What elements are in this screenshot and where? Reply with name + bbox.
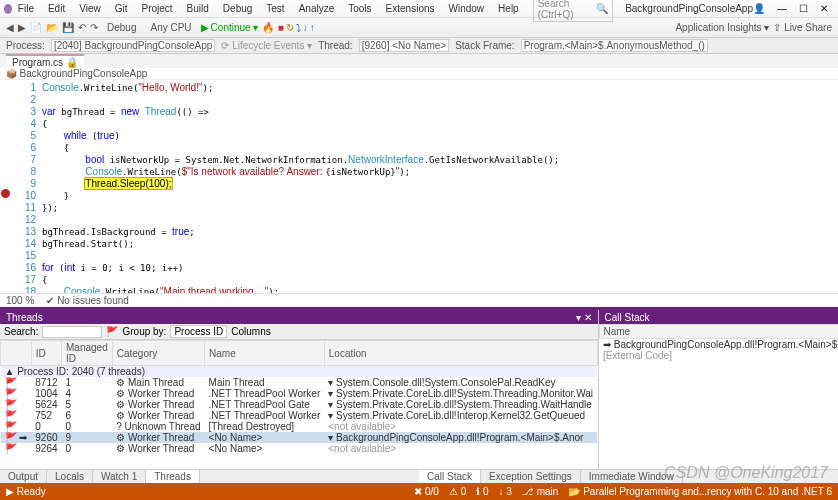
tab-exception[interactable]: Exception Settings	[481, 470, 581, 483]
threads-search-input[interactable]	[42, 326, 102, 338]
zoom-level[interactable]: 100 %	[6, 295, 34, 306]
back-icon[interactable]: ◀	[6, 22, 14, 33]
threads-panel: Threads▾ ✕ Search: 🚩 Group by: Process I…	[0, 310, 599, 469]
continue-button[interactable]: ▶ Continue ▾	[201, 22, 258, 33]
menu-build[interactable]: Build	[181, 1, 215, 16]
flag-icon[interactable]: 🚩	[106, 326, 118, 337]
live-share[interactable]: ⇪ Live Share	[773, 22, 832, 33]
panel-dropdown-icon[interactable]: ▾	[576, 312, 581, 323]
status-fetch[interactable]: ↓ 3	[499, 486, 512, 497]
code-editor[interactable]: 123456789101112131415161718192021222324 …	[0, 80, 838, 293]
stackframe-dropdown[interactable]: Program.<Main>$.AnonymousMethod_()	[521, 39, 708, 52]
code-content[interactable]: Console.WriteLine("Hello, World!"); var …	[42, 80, 838, 293]
new-icon[interactable]: 📄	[30, 22, 42, 33]
table-row[interactable]: 🚩 ➡92609⚙ Worker Thread<No Name>▾ Backgr…	[1, 432, 598, 443]
panel-close-icon[interactable]: ✕	[584, 312, 592, 323]
step-out-icon[interactable]: ↑	[310, 22, 315, 33]
window-controls: 👤 — ☐ ✕	[753, 3, 834, 14]
table-row[interactable]: 🚩56245⚙ Worker Thread.NET ThreadPool Gat…	[1, 399, 598, 410]
thread-label: Thread:	[318, 40, 352, 51]
issues-status[interactable]: ✔ No issues found	[46, 295, 129, 306]
menu-analyze[interactable]: Analyze	[293, 1, 341, 16]
status-errors[interactable]: ✖ 0/0	[414, 486, 439, 497]
threads-table: IDManaged IDCategoryNameLocation ▲ Proce…	[0, 340, 598, 454]
table-row[interactable]: 🚩00? Unknown Thread[Thread Destroyed]<no…	[1, 421, 598, 432]
menu-window[interactable]: Window	[443, 1, 491, 16]
menu-view[interactable]: View	[73, 1, 107, 16]
search-icon: 🔍	[596, 3, 608, 14]
tab-threads[interactable]: Threads	[146, 470, 200, 483]
tab-callstack[interactable]: Call Stack	[419, 470, 481, 483]
menu-debug[interactable]: Debug	[217, 1, 258, 16]
open-icon[interactable]: 📂	[46, 22, 58, 33]
group-label: Group by:	[122, 326, 166, 337]
user-icon[interactable]: 👤	[753, 3, 765, 14]
breakpoint-icon[interactable]	[1, 189, 10, 198]
status-messages[interactable]: ℹ 0	[476, 486, 488, 497]
stackframe-label: Stack Frame:	[455, 40, 514, 51]
save-icon[interactable]: 💾	[62, 22, 74, 33]
minimize-icon[interactable]: —	[777, 3, 787, 14]
menu-project[interactable]: Project	[135, 1, 178, 16]
table-row[interactable]: [External Code]	[599, 350, 838, 361]
app-icon	[4, 4, 12, 14]
menu-edit[interactable]: Edit	[42, 1, 71, 16]
platform-dropdown[interactable]: Any CPU	[145, 20, 196, 35]
tab-program-cs[interactable]: Program.cs 🔒	[6, 54, 84, 69]
menu-file[interactable]: File	[12, 1, 40, 16]
undo-icon[interactable]: ↶	[78, 22, 86, 33]
editor-status: 100 % ✔ No issues found Ln: 9 Ch: 9 SPC …	[0, 293, 838, 307]
tab-watch[interactable]: Watch 1	[93, 470, 146, 483]
title-bar: File Edit View Git Project Build Debug T…	[0, 0, 838, 18]
table-row[interactable]: 🚩10044⚙ Worker Thread.NET ThreadPool Wor…	[1, 388, 598, 399]
callstack-title: Call Stack	[605, 312, 650, 323]
thread-group-header[interactable]: ▲ Process ID: 2040 (7 threads)	[1, 366, 598, 378]
forward-icon[interactable]: ▶	[18, 22, 26, 33]
columns-dropdown[interactable]: Columns	[231, 326, 270, 337]
app-insights[interactable]: Application Insights ▾	[675, 22, 769, 33]
group-dropdown[interactable]: Process ID	[170, 325, 227, 338]
restart-icon[interactable]: ↻	[286, 22, 294, 33]
table-row[interactable]: 🚩92640⚙ Worker Thread<No Name><not avail…	[1, 443, 598, 454]
process-dropdown[interactable]: [2040] BackgroundPingConsoleApp	[51, 39, 215, 52]
status-ready: ▶ Ready	[6, 486, 46, 497]
solution-name: BackgroundPingConsoleApp	[625, 3, 753, 14]
menu-test[interactable]: Test	[260, 1, 290, 16]
config-dropdown[interactable]: Debug	[102, 20, 141, 35]
menu-git[interactable]: Git	[109, 1, 134, 16]
menu-tools[interactable]: Tools	[342, 1, 377, 16]
redo-icon[interactable]: ↷	[90, 22, 98, 33]
threads-search-label: Search:	[4, 326, 38, 337]
callstack-table: NameLang ➡ BackgroundPingConsoleApp.dll!…	[599, 324, 839, 361]
search-box[interactable]: Search (Ctrl+Q)🔍	[533, 0, 613, 22]
document-tabs: Program.cs 🔒	[0, 54, 838, 68]
lifecycle-dropdown[interactable]: ⟳ Lifecycle Events ▾	[221, 40, 312, 51]
main-toolbar: ◀ ▶ 📄 📂 💾 ↶ ↷ Debug Any CPU ▶ Continue ▾…	[0, 18, 838, 38]
process-label: Process:	[6, 40, 45, 51]
status-warnings[interactable]: ⚠ 0	[449, 486, 466, 497]
table-row[interactable]: 🚩7526⚙ Worker Thread.NET ThreadPool Work…	[1, 410, 598, 421]
menu-extensions[interactable]: Extensions	[380, 1, 441, 16]
status-branch[interactable]: ⎇ main	[522, 486, 558, 497]
hot-reload-icon[interactable]: 🔥	[262, 22, 274, 33]
step-into-icon[interactable]: ↓	[303, 22, 308, 33]
threads-title: Threads	[6, 312, 43, 323]
main-menu: File Edit View Git Project Build Debug T…	[12, 1, 525, 16]
tab-locals[interactable]: Locals	[47, 470, 93, 483]
step-over-icon[interactable]: ⤵	[296, 22, 301, 33]
status-repo[interactable]: 📂 Parallel Programming and...rency with …	[568, 486, 832, 497]
thread-dropdown[interactable]: [9260] <No Name>	[359, 39, 450, 52]
table-row[interactable]: ➡ BackgroundPingConsoleApp.dll!Program.<…	[599, 339, 838, 351]
table-row[interactable]: 🚩87121⚙ Main ThreadMain Thread▾ System.C…	[1, 377, 598, 388]
watermark: CSDN @OneKing2017	[664, 464, 828, 482]
bottom-tabs-left: Output Locals Watch 1 Threads	[0, 469, 419, 483]
stop-icon[interactable]: ■	[278, 22, 284, 33]
close-icon[interactable]: ✕	[820, 3, 828, 14]
status-bar: ▶ Ready ✖ 0/0 ⚠ 0 ℹ 0 ↓ 3 ⎇ main 📂 Paral…	[0, 483, 838, 500]
menu-help[interactable]: Help	[492, 1, 525, 16]
debug-controls: ■ ↻ ⤵ ↓ ↑	[278, 22, 315, 33]
callstack-panel: Call Stack▾ ✕ NameLang ➡ BackgroundPingC…	[599, 310, 839, 469]
nav-bar[interactable]: 📦 BackgroundPingConsoleApp	[0, 68, 838, 80]
maximize-icon[interactable]: ☐	[799, 3, 808, 14]
tab-output[interactable]: Output	[0, 470, 47, 483]
